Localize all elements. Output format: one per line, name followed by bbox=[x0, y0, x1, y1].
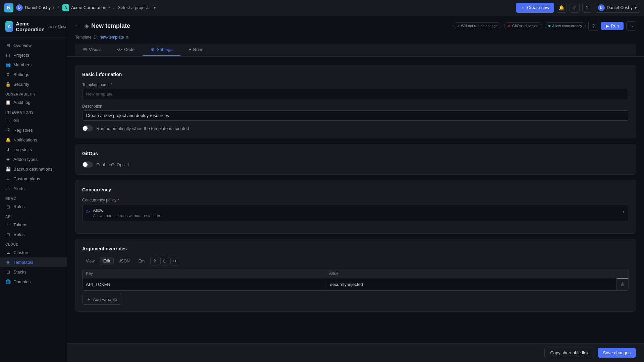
tab-settings[interactable]: ⚙ Settings bbox=[143, 44, 180, 56]
concurrency-option-content: Allow Allows parallel runs without restr… bbox=[93, 208, 161, 218]
arg-tab-view[interactable]: View bbox=[82, 257, 98, 265]
sidebar-item-backup-destinations[interactable]: 💾 Backup destinations bbox=[0, 164, 67, 174]
help-icon-btn[interactable]: ? bbox=[582, 3, 592, 13]
breadcrumb-org[interactable]: A Acme Corporation ▾ bbox=[62, 4, 110, 11]
auto-run-row: Run automatically when the template is u… bbox=[82, 125, 629, 131]
sidebar-item-members[interactable]: 👥 Members bbox=[0, 60, 67, 70]
sidebar-item-log-sinks-label: Log sinks bbox=[13, 147, 32, 152]
add-variable-button[interactable]: ＋ Add variable bbox=[82, 294, 121, 305]
copy-shareable-link-button[interactable]: Copy shareable link bbox=[544, 348, 594, 358]
clusters-icon: ☁ bbox=[5, 250, 11, 255]
will-not-run-icon: ○ bbox=[457, 24, 459, 28]
description-input[interactable] bbox=[82, 110, 629, 121]
templates-icon: ◈ bbox=[5, 260, 11, 265]
basic-info-title: Basic information bbox=[82, 72, 629, 77]
content-area: Basic information Template name * Descri… bbox=[67, 57, 644, 343]
sidebar-item-clusters[interactable]: ☁ Clusters bbox=[0, 248, 67, 257]
gitops-info-icon[interactable]: ℹ bbox=[128, 163, 129, 167]
sidebar-item-alerts[interactable]: ⚠ Alerts bbox=[0, 184, 67, 193]
backup-destinations-icon: 💾 bbox=[5, 167, 11, 172]
page-header-top: ← ◈ New template ○ Will not run on chang… bbox=[75, 21, 636, 31]
breadcrumb-user-label: Daniel Cosby bbox=[25, 5, 51, 10]
notifications-icon: 🔔 bbox=[5, 137, 11, 142]
sidebar-item-addon-types[interactable]: ◈ Addon types bbox=[0, 155, 67, 164]
arg-tab-edit[interactable]: Edit bbox=[100, 257, 114, 265]
allow-concurrency-badge[interactable]: Allow concurrency bbox=[545, 22, 586, 29]
back-button[interactable]: ← bbox=[75, 23, 80, 29]
gitops-enable-label: Enable GitOps bbox=[96, 162, 125, 167]
concurrency-option-desc: Allows parallel runs without restriction… bbox=[93, 214, 161, 218]
arg-key-input-0[interactable] bbox=[83, 279, 327, 290]
breadcrumb-user[interactable]: D Daniel Cosby ▾ bbox=[16, 4, 54, 11]
allow-concurrency-label: Allow concurrency bbox=[552, 24, 582, 28]
tab-runs[interactable]: ≡ Runs bbox=[180, 44, 211, 56]
sidebar-item-templates[interactable]: ◈ Templates bbox=[0, 257, 67, 267]
help-template-btn[interactable]: ? bbox=[588, 21, 598, 31]
arg-delete-btn-0[interactable]: 🗑 bbox=[616, 278, 629, 290]
template-name-input[interactable] bbox=[82, 89, 629, 99]
sidebar-org: A Acme Corporation bbox=[5, 21, 48, 32]
arg-tab-json[interactable]: JSON bbox=[115, 257, 133, 265]
star-icon-btn[interactable]: ☆ bbox=[570, 3, 580, 13]
arg-table-header: Key Value bbox=[82, 269, 629, 278]
user-menu[interactable]: D Daniel Cosby ▾ bbox=[595, 3, 640, 13]
visual-tab-label: Visual bbox=[89, 47, 101, 52]
sidebar-item-overview[interactable]: ⊞ Overview bbox=[0, 41, 67, 50]
stacks-icon: ⊡ bbox=[5, 269, 11, 275]
sidebar-item-custom-plans-label: Custom plans bbox=[13, 176, 40, 181]
save-changes-button[interactable]: Save changes bbox=[598, 348, 636, 358]
arg-tab-env[interactable]: Env bbox=[135, 257, 149, 265]
arg-value-input-0[interactable] bbox=[327, 279, 616, 290]
arg-reset-btn[interactable]: ↺ bbox=[170, 257, 179, 265]
sidebar-item-stacks[interactable]: ⊡ Stacks bbox=[0, 267, 67, 277]
roles-icon: ◻ bbox=[5, 204, 11, 209]
tab-code[interactable]: </> Code bbox=[109, 44, 143, 56]
run-button[interactable]: ▶ Run bbox=[601, 22, 624, 30]
sidebar-item-notifications[interactable]: 🔔 Notifications bbox=[0, 135, 67, 145]
sidebar-item-audit-log[interactable]: 📋 Audit log bbox=[0, 98, 67, 107]
breadcrumb-user-chevron: ▾ bbox=[53, 6, 54, 9]
team-email-label: Team Email bbox=[48, 21, 67, 24]
concurrency-option-name: Allow bbox=[93, 208, 161, 213]
sidebar-item-security[interactable]: 🔒 Security bbox=[0, 79, 67, 89]
auto-run-toggle[interactable] bbox=[82, 125, 93, 131]
concurrency-policy-group: Concurrency policy * ▷ Allow Allows para… bbox=[82, 198, 629, 222]
sidebar-item-roles[interactable]: ◻ Roles bbox=[0, 202, 67, 212]
page-actions: ○ Will not run on change ⊕ GitOps disabl… bbox=[453, 21, 636, 31]
sidebar-item-roles-api[interactable]: ◻ Roles bbox=[0, 230, 67, 239]
gitops-disabled-badge[interactable]: ⊕ GitOps disabled bbox=[504, 22, 542, 29]
arg-link-btn[interactable]: ⬡ bbox=[160, 257, 169, 265]
sidebar-item-domains[interactable]: 🌐 Domains bbox=[0, 277, 67, 287]
breadcrumb-sep-2: / bbox=[113, 5, 115, 10]
template-id-row: Template ID: new-template ⧉ bbox=[75, 35, 636, 40]
sidebar-item-log-sinks[interactable]: ⬇ Log sinks bbox=[0, 145, 67, 155]
will-not-run-badge[interactable]: ○ Will not run on change bbox=[453, 22, 501, 29]
sidebar-item-security-label: Security bbox=[13, 82, 29, 87]
sidebar-item-backup-destinations-label: Backup destinations bbox=[13, 167, 52, 172]
select-box-left: ▷ Allow Allows parallel runs without res… bbox=[87, 208, 161, 218]
sidebar-item-notifications-label: Notifications bbox=[13, 137, 37, 142]
gitops-toggle[interactable] bbox=[82, 162, 93, 168]
more-button[interactable]: ··· bbox=[626, 21, 636, 31]
sidebar-item-settings[interactable]: ⚙ Settings bbox=[0, 70, 67, 79]
logo: N bbox=[4, 3, 13, 12]
copy-id-icon[interactable]: ⧉ bbox=[126, 35, 128, 40]
tab-visual[interactable]: ⊞ Visual bbox=[75, 44, 109, 56]
sidebar-item-git[interactable]: ◇ Git bbox=[0, 116, 67, 125]
create-new-label: Create new bbox=[527, 5, 549, 10]
code-tab-label: Code bbox=[124, 47, 135, 52]
sidebar-item-templates-label: Templates bbox=[13, 260, 33, 265]
sidebar-item-overview-label: Overview bbox=[13, 43, 32, 48]
addon-types-icon: ◈ bbox=[5, 157, 11, 162]
project-selector[interactable]: Select a project... ▾ bbox=[118, 5, 156, 10]
sidebar-item-projects[interactable]: ◫ Projects bbox=[0, 50, 67, 60]
notifications-icon-btn[interactable]: 🔔 bbox=[557, 3, 567, 13]
domains-icon: 🌐 bbox=[5, 279, 11, 284]
arg-help-btn[interactable]: ? bbox=[150, 257, 159, 265]
create-new-button[interactable]: ＋ Create new bbox=[516, 3, 554, 13]
concurrency-select[interactable]: ▷ Allow Allows parallel runs without res… bbox=[82, 204, 629, 222]
sidebar-item-custom-plans[interactable]: ≡ Custom plans bbox=[0, 174, 67, 184]
sidebar-item-tokens[interactable]: ~ Tokens bbox=[0, 220, 67, 230]
code-tab-icon: </> bbox=[117, 48, 122, 52]
sidebar-item-registries[interactable]: 🗄 Registries bbox=[0, 125, 67, 135]
